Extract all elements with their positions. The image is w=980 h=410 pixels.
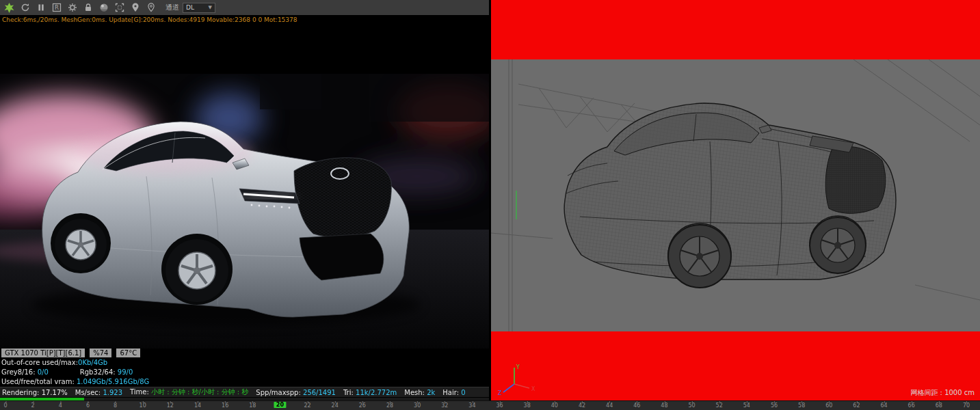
pin-filled-icon[interactable]: [127, 0, 143, 15]
render-perf-stats: Check:6ms,/20ms. MeshGen:0ms. Update[G]:…: [2, 16, 297, 23]
spp-value: 256/1491: [303, 389, 336, 396]
channel-dropdown-value: DL: [186, 4, 194, 11]
timeline-tick[interactable]: 32: [441, 402, 448, 409]
vram-value: 1.049Gb/5.916Gb/8G: [77, 378, 149, 385]
timeline-tick[interactable]: 10: [140, 402, 146, 409]
timeline-tick[interactable]: 50: [688, 402, 695, 409]
wireframe-viewport[interactable]: [491, 59, 980, 331]
front-wheel: [161, 234, 233, 305]
axis-gizmo: Y X Z: [496, 361, 540, 396]
rgb-label: Rgb32/64:: [80, 368, 116, 376]
settings-gear-icon[interactable]: [64, 0, 80, 15]
gpu-name: GTX 1070 Ti[P][T][6.1]: [1, 348, 85, 357]
timeline-tick[interactable]: 66: [908, 402, 915, 409]
timeline-tick[interactable]: 22: [304, 402, 310, 409]
wireframe-front-wheel: [810, 216, 866, 273]
timeline-tick[interactable]: 54: [743, 402, 750, 409]
render-target-icon[interactable]: R: [49, 0, 64, 15]
grid-spacing-label: 网格间距 : 1000 cm: [910, 388, 975, 398]
grey-label: Grey8/16:: [1, 368, 36, 376]
timeline-tick[interactable]: 62: [853, 402, 860, 409]
mssec-value: 1.923: [103, 389, 122, 396]
spp-label: Spp/maxspp:: [256, 389, 300, 396]
timeline-tick[interactable]: 14: [194, 402, 201, 409]
timeline-tick[interactable]: 44: [606, 402, 613, 409]
out-of-core-label: Out-of-core used/max:: [1, 359, 78, 366]
vram-label: Used/free/total vram:: [1, 378, 75, 385]
r-letter: R: [55, 4, 59, 11]
lock-icon[interactable]: [80, 0, 96, 15]
timeline-tick[interactable]: 12: [167, 402, 174, 409]
rear-wheel: [51, 213, 111, 273]
material-ball-icon[interactable]: [96, 0, 111, 15]
rgb-value: 99/0: [118, 368, 133, 376]
axis-z-label: Z: [498, 390, 502, 396]
timeline-tick[interactable]: 16: [222, 402, 228, 409]
timeline-tick[interactable]: 68: [936, 402, 942, 409]
mesh-value: 2k: [427, 389, 435, 396]
timeline-tick[interactable]: 58: [798, 402, 805, 409]
timeline-tick[interactable]: 42: [579, 402, 585, 409]
axis-y-label: Y: [516, 364, 520, 370]
octane-live-viewer-panel: R 通道 DL ▼: [0, 0, 490, 400]
tri-value: 11k/2.772m: [356, 389, 397, 396]
mesh-label: Mesh:: [404, 389, 425, 396]
hair-value: 0: [461, 389, 465, 396]
timeline-tick[interactable]: 4: [59, 402, 62, 409]
timeline-tick[interactable]: 18: [249, 402, 256, 409]
time-label: Time:: [130, 388, 149, 396]
wireframe-rear-wheel: [668, 223, 731, 288]
time-value: 小时 : 分钟 : 秒/小时 : 分钟 : 秒: [151, 388, 248, 396]
octane-logo-icon[interactable]: [1, 0, 17, 15]
axis-x-label: X: [531, 386, 535, 392]
render-status-bar: Rendering: 17.17% Ms/sec: 1.923 Time: 小时…: [0, 387, 490, 397]
timeline-tick[interactable]: 2: [31, 402, 35, 409]
application-window: R 通道 DL ▼: [0, 0, 980, 410]
octane-toolbar: R 通道 DL ▼: [0, 0, 490, 15]
rendering-label: Rendering:: [2, 389, 39, 396]
timeline-tick[interactable]: 34: [468, 402, 475, 409]
hair-label: Hair:: [442, 389, 459, 396]
mssec-label: Ms/sec:: [75, 389, 101, 396]
out-of-core-value: 0Kb/4Gb: [78, 359, 107, 366]
gpu-load: %74: [90, 348, 111, 357]
timeline-tick[interactable]: 36: [496, 402, 503, 409]
region-frame-icon[interactable]: [111, 0, 127, 15]
timeline-tick[interactable]: 46: [633, 402, 640, 409]
gpu-stats-block: GTX 1070 Ti[P][T][6.1]%7467°C Out-of-cor…: [0, 348, 490, 387]
timeline-tick[interactable]: 24: [332, 402, 339, 409]
panel-divider[interactable]: [489, 0, 491, 400]
pin-outline-icon[interactable]: [143, 0, 159, 15]
timeline-tick[interactable]: 30: [414, 402, 421, 409]
gpu-temperature: 67°C: [116, 348, 140, 357]
timeline-tick[interactable]: 38: [524, 402, 531, 409]
viewport-overscan-bottom: [491, 331, 980, 400]
timeline-tick[interactable]: 56: [771, 402, 778, 409]
timeline-tick[interactable]: 6: [86, 402, 90, 409]
channel-label: 通道: [165, 3, 179, 12]
timeline-tick[interactable]: 60: [825, 402, 832, 409]
channel-dropdown[interactable]: DL ▼: [183, 3, 215, 13]
timeline-tick[interactable]: 48: [661, 402, 667, 409]
timeline-current-frame[interactable]: 20: [274, 402, 286, 408]
refresh-icon[interactable]: [17, 0, 33, 15]
rendered-car-image: [0, 74, 490, 348]
grey-value: 0/0: [38, 368, 49, 376]
timeline-tick[interactable]: 64: [880, 402, 887, 409]
render-result-viewport[interactable]: [0, 74, 490, 348]
timeline-tick[interactable]: 70: [963, 402, 970, 409]
wireframe-car-scene: [491, 59, 980, 331]
pause-icon[interactable]: [33, 0, 49, 15]
rendering-value: 17.17%: [42, 389, 68, 396]
timeline-tick[interactable]: 28: [386, 402, 393, 409]
timeline-tick[interactable]: 8: [114, 402, 117, 409]
timeline-tick[interactable]: 0: [3, 402, 7, 409]
timeline[interactable]: 0246810121416182022242628303234363840424…: [0, 400, 980, 410]
c4d-viewport-panel[interactable]: Y X Z 网格间距 : 1000 cm: [491, 0, 980, 400]
timeline-tick[interactable]: 26: [359, 402, 366, 409]
viewport-overscan-top: [491, 0, 980, 59]
timeline-tick[interactable]: 40: [551, 402, 558, 409]
tri-label: Tri:: [343, 389, 354, 396]
timeline-tick[interactable]: 52: [716, 402, 723, 409]
chevron-down-icon: ▼: [209, 5, 212, 10]
